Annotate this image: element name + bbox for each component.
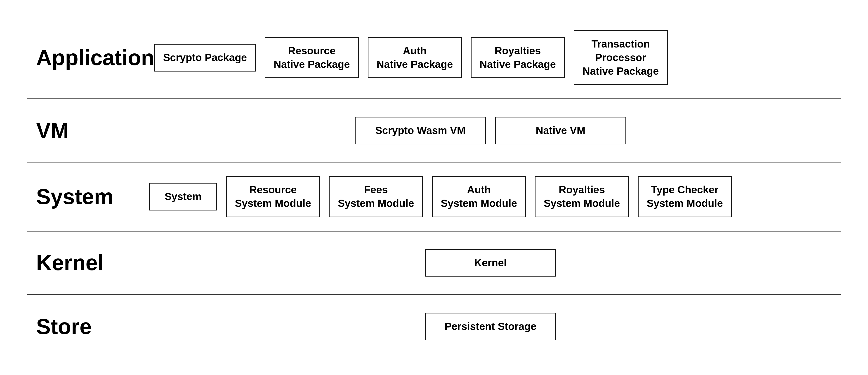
resource-system-module-box: ResourceSystem Module [226,176,320,217]
royalties-system-module-box: RoyaltiesSystem Module [535,176,629,217]
persistent-storage-box: Persistent Storage [425,313,556,340]
system-box: System [149,183,217,210]
kernel-label: Kernel [36,250,149,275]
auth-native-package-box: AuthNative Package [368,37,462,78]
application-layer: Application Scrypto Package ResourceNati… [27,17,841,99]
kernel-layer: Kernel Kernel [27,232,841,295]
auth-system-module-box: AuthSystem Module [432,176,526,217]
system-content: System ResourceSystem Module FeesSystem … [149,176,832,217]
transaction-processor-native-package-box: TransactionProcessorNative Package [574,30,668,85]
royalties-native-package-box: RoyaltiesNative Package [471,37,565,78]
architecture-diagram: Application Scrypto Package ResourceNati… [27,17,841,358]
vm-label: VM [36,118,149,143]
fees-system-module-box: FeesSystem Module [329,176,423,217]
store-content: Persistent Storage [149,313,832,340]
system-layer: System System ResourceSystem Module Fees… [27,163,841,232]
application-label: Application [36,45,154,70]
resource-native-package-box: ResourceNative Package [265,37,359,78]
scrypto-package-box: Scrypto Package [154,44,256,71]
vm-content: Scrypto Wasm VM Native VM [149,117,832,144]
vm-layer: VM Scrypto Wasm VM Native VM [27,99,841,163]
store-label: Store [36,314,149,339]
kernel-box: Kernel [425,249,556,277]
native-vm-box: Native VM [495,117,626,144]
system-label: System [36,184,149,209]
type-checker-system-module-box: Type CheckerSystem Module [638,176,732,217]
store-layer: Store Persistent Storage [27,295,841,358]
kernel-content: Kernel [149,249,832,277]
scrypto-wasm-vm-box: Scrypto Wasm VM [355,117,486,144]
application-content: Scrypto Package ResourceNative Package A… [154,30,832,85]
